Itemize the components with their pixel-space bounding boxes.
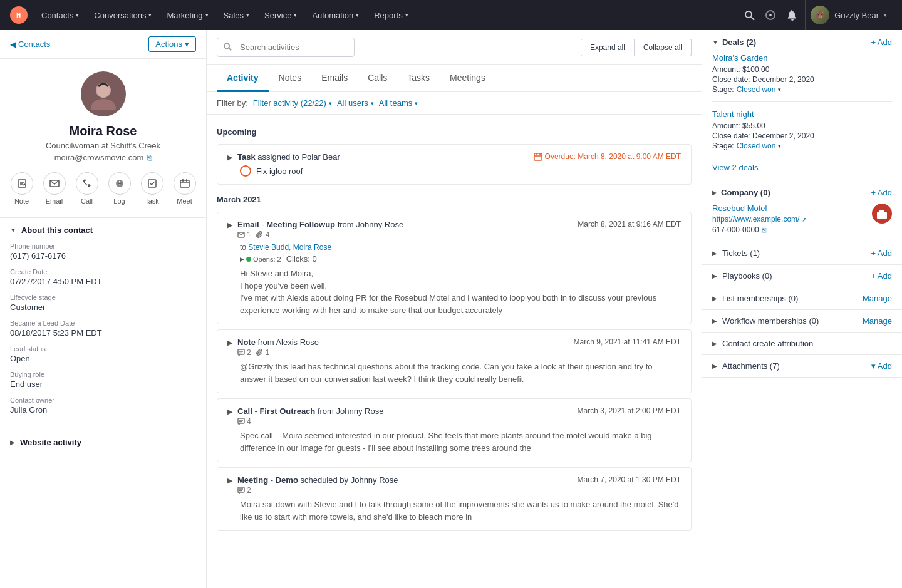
company-toggle[interactable]: ▶ Company (0) (712, 188, 770, 197)
svg-point-2 (745, 11, 752, 18)
about-section: ▼ About this contact Phone number (617) … (0, 218, 206, 430)
nav-marketing[interactable]: Marketing ▾ (160, 0, 214, 30)
filter-activity-button[interactable]: Filter activity (22/22) ▾ (253, 98, 332, 108)
email-to-link[interactable]: Stevie Budd, Moira Rose (248, 243, 331, 252)
deal-card-2: Talent night Amount: $55.00 Close date: … (712, 110, 892, 150)
actions-button[interactable]: Actions ▾ (148, 36, 196, 52)
tickets-section[interactable]: ▶ Tickets (1) + Add (702, 242, 902, 265)
nav-sales[interactable]: Sales ▾ (217, 0, 256, 30)
deal-name-2[interactable]: Talent night (712, 110, 892, 119)
call-action-button[interactable]: Call (76, 172, 98, 205)
log-action-button[interactable]: + Log (108, 172, 131, 205)
view-deals-link[interactable]: View 2 deals (712, 163, 758, 172)
contact-title: Councilwoman at Schitt's Creek (46, 141, 160, 150)
deal-stage-link-2[interactable]: Closed won (737, 142, 776, 150)
search-input[interactable] (217, 38, 355, 57)
chevron-down-icon: ▾ (246, 12, 249, 18)
nav-service[interactable]: Service ▾ (258, 0, 303, 30)
list-memberships-section[interactable]: ▶ List memberships (0) Manage (702, 287, 902, 310)
tab-calls[interactable]: Calls (358, 65, 397, 92)
company-name-link[interactable]: Rosebud Motel (712, 204, 892, 213)
all-users-filter-button[interactable]: All users ▾ (337, 98, 374, 108)
tab-emails[interactable]: Emails (311, 65, 358, 92)
nav-automation[interactable]: Automation ▾ (306, 0, 365, 30)
deal-name-1[interactable]: Moira's Garden (712, 53, 892, 63)
tickets-title: Tickets (1) (722, 249, 760, 258)
svg-rect-36 (878, 215, 881, 219)
search-icon (223, 42, 232, 53)
svg-rect-37 (883, 215, 886, 219)
svg-rect-35 (879, 210, 884, 214)
chevron-down-icon: ▼ (10, 227, 16, 234)
activity-search-bar: Expand all Collapse all (207, 30, 702, 65)
expand-chevron-icon[interactable]: ▶ (227, 475, 232, 485)
add-ticket-button[interactable]: + Add (871, 249, 892, 258)
add-company-button[interactable]: + Add (871, 188, 892, 197)
expand-collapse-buttons: Expand all Collapse all (581, 39, 692, 56)
task-action-button[interactable]: Task (141, 172, 163, 205)
add-playbook-button[interactable]: + Add (871, 271, 892, 281)
tab-activity[interactable]: Activity (217, 65, 269, 92)
add-attachment-button[interactable]: ▾ Add (871, 361, 892, 371)
svg-rect-14 (180, 180, 189, 187)
collapse-all-button[interactable]: Collapse all (635, 39, 692, 56)
company-section: ▶ Company (0) + Add Rosebud Motel https:… (702, 180, 902, 242)
expand-chevron-icon[interactable]: ▶ (227, 220, 232, 229)
expand-chevron-icon[interactable]: ▶ (227, 152, 232, 162)
deal-close-date-1: Close date: December 2, 2020 (712, 75, 892, 84)
svg-point-7 (98, 85, 108, 98)
nav-reports[interactable]: Reports ▾ (368, 0, 415, 30)
task-type-label: Task (237, 152, 256, 162)
user-menu[interactable]: 🐻 Grizzly Bear ▾ (805, 0, 892, 30)
note-action-button[interactable]: Note (11, 172, 33, 205)
chevron-down-icon: ▾ (778, 143, 781, 149)
add-deal-button[interactable]: + Add (871, 38, 892, 47)
attachments-title: Attachments (7) (722, 361, 780, 371)
deal-amount-2: Amount: $55.00 (712, 121, 892, 130)
nav-contacts[interactable]: Contacts ▾ (35, 0, 85, 30)
chevron-down-icon: ▾ (371, 100, 374, 106)
nav-conversations[interactable]: Conversations ▾ (88, 0, 158, 30)
expand-all-button[interactable]: Expand all (581, 39, 635, 56)
opens-clicks-expand[interactable]: ▶ Opens: 2 (240, 255, 281, 263)
expand-chevron-icon[interactable]: ▶ (227, 338, 232, 347)
deals-section-header: ▼ Deals (2) + Add (712, 38, 892, 47)
company-url-link[interactable]: https://www.example.com/ (712, 215, 799, 224)
email-action-button[interactable]: Email (43, 172, 66, 205)
website-activity-toggle[interactable]: ▶ Website activity (10, 438, 196, 447)
tab-meetings[interactable]: Meetings (440, 65, 495, 92)
manage-workflow-memberships-button[interactable]: Manage (863, 316, 892, 326)
tab-tasks[interactable]: Tasks (397, 65, 440, 92)
email-timestamp: March 8, 2021 at 9:16 AM EDT (578, 220, 681, 229)
opens-clicks-row: ▶ Opens: 2 Clicks: 0 (240, 254, 681, 264)
copy-phone-icon[interactable]: ⎘ (762, 225, 766, 234)
all-teams-filter-button[interactable]: All teams ▾ (379, 98, 418, 108)
phone-field: Phone number (617) 617-6176 (10, 242, 196, 260)
deals-toggle[interactable]: ▼ Deals (2) (712, 38, 756, 47)
settings-button[interactable] (765, 9, 776, 21)
attachment-count-icon: 1 (256, 348, 270, 357)
workflow-memberships-section[interactable]: ▶ Workflow memberships (0) Manage (702, 310, 902, 333)
tab-notes[interactable]: Notes (269, 65, 312, 92)
notifications-button[interactable] (786, 9, 797, 21)
expand-chevron-icon[interactable]: ▶ (227, 406, 232, 416)
chevron-right-icon: ▶ (712, 295, 717, 302)
breadcrumb[interactable]: ◀ Contacts (10, 39, 50, 49)
task-circle-icon[interactable] (240, 165, 251, 177)
meet-action-button[interactable]: Meet (174, 172, 196, 205)
about-section-toggle[interactable]: ▼ About this contact (10, 225, 196, 235)
search-button[interactable] (744, 9, 755, 21)
chevron-down-icon: ▾ (76, 12, 79, 18)
chevron-down-icon: ▼ (712, 39, 718, 46)
upcoming-group-label: Upcoming (217, 127, 692, 137)
attachments-section[interactable]: ▶ Attachments (7) ▾ Add (702, 355, 902, 378)
right-sidebar: ▼ Deals (2) + Add Moira's Garden Amount:… (702, 30, 902, 588)
meeting-body: Moira sat down with Stevie and I to talk… (240, 498, 681, 523)
deal-stage-link-1[interactable]: Closed won (737, 85, 776, 94)
playbooks-section[interactable]: ▶ Playbooks (0) + Add (702, 265, 902, 287)
chevron-down-icon: ▾ (329, 100, 332, 106)
copy-email-button[interactable]: ⎘ (147, 153, 152, 162)
svg-line-3 (751, 17, 754, 20)
manage-list-memberships-button[interactable]: Manage (863, 294, 892, 303)
contact-create-attribution-section[interactable]: ▶ Contact create attribution (702, 333, 902, 355)
